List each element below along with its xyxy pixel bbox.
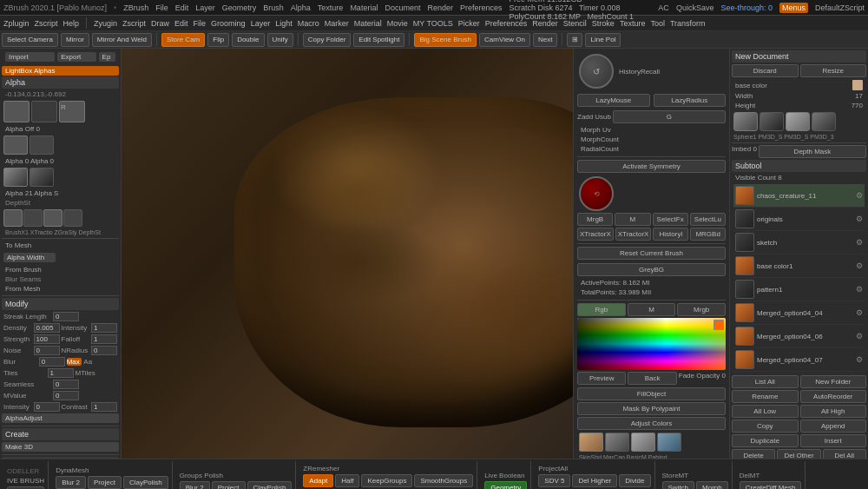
alpha-thumb-a1[interactable] [30, 135, 54, 155]
blur2-btn[interactable]: Blur 2 [180, 481, 210, 489]
menu-stroke[interactable]: Stroke [592, 19, 615, 28]
mrgb2-btn[interactable]: Mrgb [677, 303, 726, 316]
menu-grooming[interactable]: Grooming [211, 19, 246, 28]
menu-light[interactable]: Light [275, 19, 293, 28]
density-input[interactable] [34, 323, 60, 333]
alpha-adjust-btn[interactable]: AlphaAdjust [2, 413, 119, 423]
nradius-input[interactable] [91, 346, 117, 355]
claypolish2-btn[interactable]: ClayPolish [247, 481, 293, 489]
menu-texture[interactable]: Texture [318, 3, 344, 12]
qcube-btn[interactable]: QCube [7, 486, 44, 490]
menu-preferences2[interactable]: Preferences [485, 19, 528, 28]
alpha-thumb-1[interactable] [31, 101, 57, 122]
all-high-btn[interactable]: All High [800, 405, 867, 418]
lightbox-alphas-btn[interactable]: LightBox Alphas [2, 66, 119, 76]
menu-movie[interactable]: Movie [387, 19, 408, 28]
brush-thumb-1[interactable] [3, 209, 23, 227]
adjust-colors-btn[interactable]: Adjust Colors [577, 417, 726, 430]
menu-edit2[interactable]: Edit [174, 19, 188, 28]
alpha-thumb-a0[interactable] [3, 135, 28, 155]
morph-btn[interactable]: Morph [696, 481, 728, 489]
seethrough-btn[interactable]: See-through: 0 [720, 3, 773, 12]
import-btn[interactable]: Import [5, 52, 55, 62]
blur-input[interactable] [39, 357, 65, 367]
menu-geometry[interactable]: Geometry [222, 3, 257, 12]
double-btn[interactable]: Double [232, 33, 264, 47]
autoreorder-btn[interactable]: AutoReorder [800, 390, 867, 403]
lazy-radius-btn[interactable]: LazyRadius [654, 94, 727, 107]
transfer-header[interactable]: Transfer [2, 457, 119, 459]
del-other-btn[interactable]: Del Other [777, 449, 820, 459]
del-all-btn[interactable]: Del All [823, 449, 866, 459]
menu-tool[interactable]: Tool [650, 19, 665, 28]
sdv5-btn[interactable]: SDV 5 [538, 474, 570, 487]
menu-file2[interactable]: File [194, 19, 207, 28]
intensity2-input[interactable] [34, 402, 60, 412]
subtool-item-merged07[interactable]: Merged_option04_07 ⚙ [733, 348, 865, 372]
subtool-item-originals[interactable]: originals ⚙ [733, 208, 865, 231]
mrgbd-btn[interactable]: MRGBd [690, 228, 726, 241]
menu-macro[interactable]: Macro [298, 19, 319, 28]
gear-icon-2[interactable]: ⚙ [856, 215, 863, 223]
unify-btn[interactable]: Unify [267, 33, 293, 47]
menu-file[interactable]: File [155, 3, 168, 12]
menu-texture2[interactable]: Texture [620, 19, 646, 28]
ep-btn[interactable]: Ep [99, 52, 115, 62]
mirror-weld-btn[interactable]: Mirror And Weld [92, 33, 152, 47]
mask-polypaint-btn[interactable]: Mask By Polypaint [577, 402, 726, 415]
create-diff-btn[interactable]: CreateDiff Mesh [740, 481, 802, 489]
gear-icon[interactable]: ⚙ [856, 191, 863, 200]
geometry-btn[interactable]: Geometry [484, 481, 527, 489]
menu-zyugin[interactable]: Zyugin [94, 19, 117, 28]
xtractor-btn[interactable]: XTractorX [577, 228, 614, 241]
divide-btn[interactable]: Divide [619, 474, 650, 487]
project-dynamesh-btn[interactable]: Project [88, 476, 122, 489]
export-btn[interactable]: Export [57, 52, 95, 62]
flip-btn[interactable]: Flip [207, 33, 229, 47]
alpha-thumb-r[interactable]: R [59, 101, 85, 122]
adapt-btn[interactable]: Adapt [303, 474, 333, 487]
copy-btn[interactable]: Copy [732, 420, 799, 433]
activate-symmetry-btn[interactable]: Activate Symmetry [577, 160, 726, 173]
select-camera-btn[interactable]: Select Camera [2, 33, 58, 47]
menu-material[interactable]: Material [350, 3, 378, 12]
subtool-item-chaos[interactable]: chaos_creature_11 ⚙ [733, 184, 865, 208]
delete-btn[interactable]: Delete [732, 449, 775, 459]
lazy-mouse-btn[interactable]: LazyMouse [577, 94, 650, 107]
edit-spotlight-btn[interactable]: Edit Spotlight [353, 33, 404, 47]
menu-picker[interactable]: Picker [458, 19, 480, 28]
line-pol-btn[interactable]: Line Pol [585, 33, 621, 47]
next-btn[interactable]: Next [533, 33, 557, 47]
noise-input[interactable] [34, 346, 60, 355]
gear-icon-8[interactable]: ⚙ [856, 355, 863, 364]
smoothgroups-btn[interactable]: SmoothGroups [414, 474, 473, 487]
skin-thumb-1[interactable] [579, 433, 603, 452]
subtool-item-merged06[interactable]: Merged_option04_06 ⚙ [733, 325, 865, 348]
duplicate-btn[interactable]: Duplicate [732, 434, 799, 447]
xtractor2-btn[interactable]: XTractorX [615, 228, 652, 241]
menu-alpha[interactable]: Alpha [291, 3, 311, 12]
menu-transform[interactable]: Transform [670, 19, 706, 28]
keepgroups-btn[interactable]: KeepGroups [361, 474, 412, 487]
subtool-item-basecolor1[interactable]: base color1 ⚙ [733, 254, 865, 278]
falloff-input[interactable] [91, 334, 117, 344]
gear-icon-6[interactable]: ⚙ [856, 308, 863, 317]
list-all-btn[interactable]: List All [732, 375, 799, 388]
seamless-input[interactable] [53, 380, 79, 389]
thumbnail-btn[interactable]: ⊞ [567, 33, 582, 47]
menu-brush[interactable]: Brush [263, 3, 284, 12]
m2-btn[interactable]: M [628, 303, 676, 316]
project2-btn[interactable]: Project [212, 481, 246, 489]
strength-input[interactable] [34, 334, 60, 344]
camview-on-btn[interactable]: CamView On [479, 33, 530, 47]
skin-thumb-4[interactable] [657, 433, 681, 452]
rgb-btn[interactable]: Rgb [577, 303, 626, 316]
history-btn2[interactable]: Historyl [653, 228, 688, 241]
rename-btn[interactable]: Rename [732, 390, 799, 403]
preview-btn[interactable]: Preview [577, 372, 626, 385]
modify-header[interactable]: Modify [2, 298, 119, 310]
alpha-thumb-0[interactable] [3, 101, 30, 122]
alpha-thumb-21[interactable] [3, 168, 28, 187]
switch-btn[interactable]: Switch [662, 481, 695, 489]
color-gradient[interactable] [577, 318, 726, 370]
